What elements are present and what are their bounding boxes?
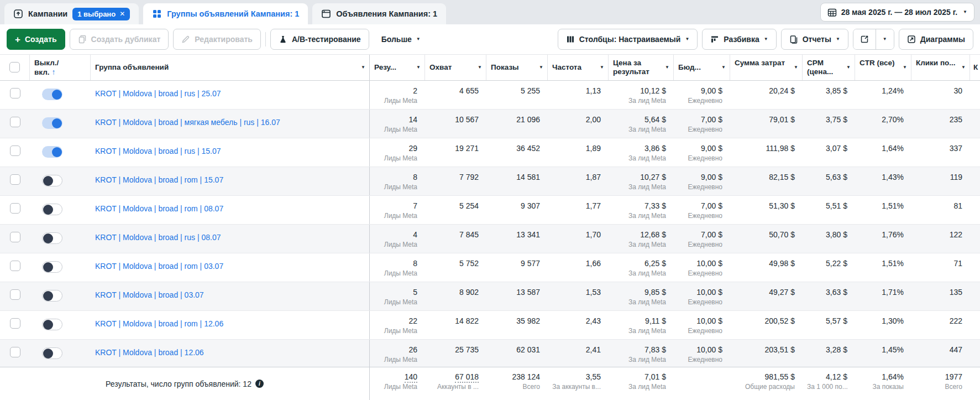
adset-name-link[interactable]: KROT | Moldova | broad | rus | 15.07 [95,147,221,155]
badge-close-icon[interactable]: ✕ [119,10,125,18]
impressions-value: 9 577 [491,253,540,268]
row-toggle[interactable] [42,175,62,186]
row-partial-cell [970,225,980,253]
row-toggle[interactable] [42,146,62,158]
adset-name-link[interactable]: KROT | Moldova | broad | rus | 08.07 [95,233,221,242]
adset-name-link[interactable]: KROT | Moldova | broad | rom | 15.07 [95,175,223,184]
row-toggle[interactable] [42,204,62,215]
header-impressions-label: Показы [491,63,519,71]
row-cost-per-result-cell: 9,11 $ За лид Meta [609,311,674,339]
row-checkbox[interactable] [10,232,20,242]
duplicate-icon [78,35,87,44]
row-checkbox[interactable] [10,289,20,300]
adset-name-link[interactable]: KROT | Moldova | broad | rom | 12.06 [95,319,223,328]
row-toggle[interactable] [42,290,62,302]
adset-name-link[interactable]: KROT | Moldova | broad | мягкая мебель |… [95,118,280,127]
ctr-value: 1,24% [860,81,904,95]
chevron-down-icon[interactable]: ▼ [478,65,482,70]
chevron-down-icon[interactable]: ▼ [961,65,966,70]
row-toggle[interactable] [42,261,62,273]
chevron-down-icon[interactable]: ▼ [539,65,543,70]
header-spend[interactable]: Сумма затрат ▼ [730,55,803,80]
reach-value: 14 822 [429,311,479,325]
reach-value: 8 902 [429,282,479,297]
adset-name-link[interactable]: KROT | Moldova | broad | rom | 03.07 [95,262,223,271]
tab-campaigns[interactable]: Кампании 1 выбрано ✕ [4,3,139,24]
row-checkbox[interactable] [10,347,20,357]
header-cpm[interactable]: CPM (цена... ▼ [803,55,855,80]
row-checkbox[interactable] [10,261,20,271]
header-frequency[interactable]: Частота ▼ [548,55,609,80]
export-options-button[interactable]: ▼ [876,29,894,49]
ctr-value: 1,71% [860,282,904,297]
sort-ascending-icon[interactable]: ↑ [52,67,56,76]
date-range-label: 28 мая 2025 г. — 28 июл 2025 г. [841,8,957,17]
row-checkbox[interactable] [10,146,20,156]
tab-ads[interactable]: Объявления Кампания: 1 [312,3,446,24]
ctr-value: 1,43% [860,167,904,181]
toggle-knob [43,205,53,215]
row-toggle[interactable] [42,347,62,359]
campaigns-selected-badge: 1 выбрано ✕ [72,8,130,20]
header-impressions[interactable]: Показы ▼ [486,55,548,80]
info-icon[interactable]: i [255,380,264,388]
header-ctr[interactable]: CTR (все) ▼ [855,55,911,80]
row-cpm-cell: 3,80 $ [803,225,855,253]
clicks-value: 235 [916,110,962,124]
row-reach-cell: 10 567 [425,110,486,138]
row-spend-cell: 49,98 $ [730,253,803,282]
header-toggle[interactable]: Выкл./ вкл.↑ [30,55,91,80]
row-checkbox[interactable] [10,174,20,185]
row-checkbox[interactable] [10,203,20,214]
results-sublabel: Лиды Meta [374,325,417,335]
header-reach[interactable]: Охват ▼ [425,55,486,80]
chevron-down-icon[interactable]: ▼ [794,65,798,70]
row-toggle[interactable] [42,232,62,244]
header-results[interactable]: Резу... ▼ [370,55,425,80]
ab-test-button[interactable]: A/B-тестирование [270,29,369,50]
chevron-down-icon[interactable]: ▼ [721,65,726,70]
header-clicks[interactable]: Клики по... ▼ [911,55,970,80]
header-cost-per-result[interactable]: Цена за результат ▼ [609,55,674,80]
toggle-knob [52,118,62,128]
export-button[interactable] [853,29,876,49]
more-button[interactable]: Больше ▼ [374,29,428,50]
select-all-checkbox[interactable] [9,62,20,72]
row-reach-cell: 19 271 [425,138,486,167]
chevron-down-icon[interactable]: ▼ [846,65,851,70]
row-toggle[interactable] [42,89,62,100]
row-checkbox[interactable] [10,318,20,329]
date-range-picker[interactable]: 28 мая 2025 г. — 28 июл 2025 г. ▼ [820,3,974,22]
adset-name-link[interactable]: KROT | Moldova | broad | 12.06 [95,348,204,357]
row-cpm-cell: 5,57 $ [803,311,855,339]
columns-button[interactable]: Столбцы: Настраиваемый ▼ [558,29,698,50]
calendar-icon [827,8,837,17]
toggle-knob [52,90,62,100]
row-toggle[interactable] [42,319,62,330]
chevron-down-icon[interactable]: ▼ [665,65,669,70]
cost-per-result-value: 9,11 $ [613,311,666,325]
chevron-down-icon[interactable]: ▼ [600,65,604,70]
adset-name-link[interactable]: KROT | Moldova | broad | rus | 25.07 [95,89,221,98]
breakdown-button[interactable]: Разбивка ▼ [702,29,776,50]
chevron-down-icon[interactable]: ▼ [361,65,365,70]
clicks-value: 222 [916,311,962,325]
adset-name-link[interactable]: KROT | Moldova | broad | 03.07 [95,290,204,299]
results-sublabel: Лиды Meta [374,95,417,105]
reports-button[interactable]: Отчеты ▼ [781,29,848,50]
row-checkbox[interactable] [10,117,20,127]
create-button[interactable]: + Создать [7,29,65,50]
results-value: 22 [374,311,417,325]
header-adset-name[interactable]: Группа объявлений ▼ [91,55,370,80]
tab-adsets[interactable]: Группы объявлений Кампания: 1 [143,3,308,24]
charts-button[interactable]: Диаграммы [899,29,973,50]
header-budget[interactable]: Бюд... ▼ [674,55,730,80]
duplicate-button[interactable]: Создать дубликат [70,29,169,50]
chevron-down-icon[interactable]: ▼ [903,65,907,70]
adset-name-link[interactable]: KROT | Moldova | broad | rom | 08.07 [95,204,223,213]
row-checkbox[interactable] [10,88,20,98]
edit-button[interactable]: Редактировать [173,29,261,50]
chevron-down-icon[interactable]: ▼ [416,65,421,70]
row-toggle[interactable] [42,117,62,129]
row-ctr-cell: 1,43% [855,167,911,195]
